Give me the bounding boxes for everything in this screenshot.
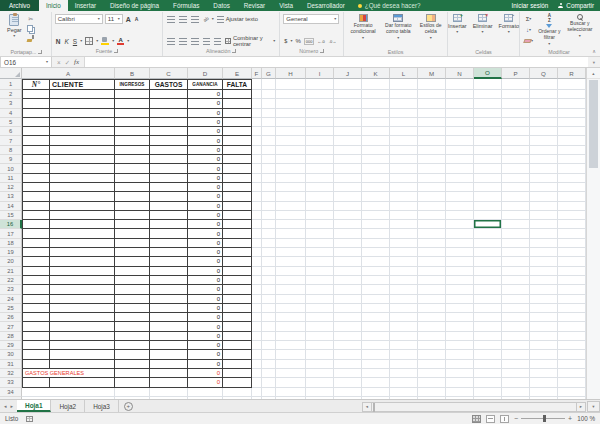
header-cell-gastos[interactable]: GASTOS — [150, 79, 188, 90]
grid-cell[interactable] — [530, 118, 558, 127]
grid-cell[interactable] — [502, 174, 530, 183]
grid-cell[interactable] — [530, 369, 558, 378]
grid-cell[interactable] — [262, 239, 276, 248]
grid-cell[interactable] — [276, 285, 306, 294]
grid-cell[interactable] — [390, 79, 418, 90]
grid-cell[interactable] — [502, 388, 530, 397]
grid-cell[interactable] — [362, 369, 390, 378]
shrink-font-button[interactable]: A — [134, 14, 140, 24]
grid-cell[interactable] — [262, 360, 276, 369]
row-header-28[interactable]: 28 — [0, 332, 22, 341]
grid-cell[interactable] — [276, 239, 306, 248]
column-header-L[interactable]: L — [390, 68, 418, 79]
grid-cell[interactable] — [502, 211, 530, 220]
grid-cell[interactable] — [418, 388, 446, 397]
sign-in-button[interactable]: Iniciar sesión — [512, 2, 549, 9]
table-cell[interactable] — [223, 155, 252, 164]
grid-cell[interactable] — [418, 276, 446, 285]
cell-ganancia-26[interactable]: 0 — [188, 313, 223, 322]
cell-ganancia-13[interactable]: 0 — [188, 192, 223, 201]
grid-cell[interactable] — [474, 341, 502, 350]
wrap-text-button[interactable]: Ajustar texto — [216, 14, 259, 24]
grid-cell[interactable] — [334, 341, 362, 350]
font-name-select[interactable]: Calibri▾ — [55, 14, 103, 24]
grid-cell[interactable] — [558, 155, 586, 164]
column-header-N[interactable]: N — [446, 68, 474, 79]
grid-cell[interactable] — [188, 388, 223, 397]
grid-cell[interactable] — [276, 378, 306, 387]
table-cell[interactable] — [150, 276, 188, 285]
paste-button[interactable]: Pegar ▾ — [5, 13, 24, 39]
grid-cell[interactable] — [115, 388, 150, 397]
grid-cell[interactable] — [446, 164, 474, 173]
table-cell[interactable] — [115, 295, 150, 304]
fill-button[interactable]: ↓▾ — [523, 25, 534, 34]
grid-cell[interactable] — [502, 202, 530, 211]
grid-cell[interactable] — [390, 267, 418, 276]
grid-cell[interactable] — [474, 248, 502, 257]
tab-revisar[interactable]: Revisar — [237, 0, 272, 11]
name-box[interactable]: O16 ▾ — [0, 57, 52, 67]
insert-function-button[interactable]: fx — [74, 58, 79, 66]
grid-cell[interactable] — [306, 99, 334, 108]
grid-cell[interactable] — [446, 183, 474, 192]
grid-cell[interactable] — [418, 239, 446, 248]
grid-cell[interactable] — [390, 99, 418, 108]
grid-cell[interactable] — [262, 322, 276, 331]
grid-cell[interactable] — [262, 388, 276, 397]
row-header-1[interactable]: 1 — [0, 79, 22, 90]
grid-cell[interactable] — [530, 388, 558, 397]
grid-cell[interactable] — [502, 295, 530, 304]
grid-cell[interactable] — [306, 155, 334, 164]
horizontal-scrollbar[interactable]: ◂ ▸ — [362, 401, 586, 412]
column-header-G[interactable]: G — [262, 68, 276, 79]
table-cell[interactable] — [50, 136, 115, 145]
table-cell[interactable] — [22, 378, 50, 387]
table-cell[interactable] — [115, 99, 150, 108]
table-cell[interactable] — [50, 127, 115, 136]
row-header-31[interactable]: 31 — [0, 360, 22, 369]
table-cell[interactable] — [22, 118, 50, 127]
grid-cell[interactable] — [558, 79, 586, 90]
grid-cell[interactable] — [530, 276, 558, 285]
table-cell[interactable] — [150, 248, 188, 257]
grid-cell[interactable] — [252, 313, 262, 322]
grid-cell[interactable] — [530, 109, 558, 118]
cell-ganancia-28[interactable]: 0 — [188, 332, 223, 341]
grid-cell[interactable] — [446, 239, 474, 248]
table-cell[interactable] — [150, 229, 188, 238]
tab-diseno-de-pagina[interactable]: Diseño de página — [103, 0, 166, 11]
grid-cell[interactable] — [390, 350, 418, 359]
table-cell[interactable] — [50, 295, 115, 304]
grid-cell[interactable] — [334, 239, 362, 248]
grid-cell[interactable] — [334, 257, 362, 266]
grid-cell[interactable] — [502, 267, 530, 276]
grid-cell[interactable] — [558, 109, 586, 118]
grid-cell[interactable] — [502, 229, 530, 238]
bold-button[interactable]: N — [55, 36, 62, 46]
grid-cell[interactable] — [418, 211, 446, 220]
grid-cell[interactable] — [390, 118, 418, 127]
column-header-D[interactable]: D — [188, 68, 223, 79]
row-header-12[interactable]: 12 — [0, 183, 22, 192]
row-header-24[interactable]: 24 — [0, 295, 22, 304]
grid-cell[interactable] — [276, 248, 306, 257]
row-header-19[interactable]: 19 — [0, 248, 22, 257]
table-cell[interactable] — [150, 136, 188, 145]
grid-cell[interactable] — [252, 378, 262, 387]
grid-cell[interactable] — [362, 388, 390, 397]
table-cell[interactable] — [150, 295, 188, 304]
grid-cell[interactable] — [276, 304, 306, 313]
grid-cell[interactable] — [306, 79, 334, 90]
autosum-button[interactable]: Σ▾ — [523, 14, 534, 23]
grid-cell[interactable] — [334, 350, 362, 359]
cell-ganancia-16[interactable]: 0 — [188, 220, 223, 229]
table-cell[interactable] — [115, 322, 150, 331]
table-cell[interactable] — [223, 220, 252, 229]
grid-cell[interactable] — [446, 285, 474, 294]
table-cell[interactable] — [223, 146, 252, 155]
alignment-dialog-launcher[interactable] — [232, 49, 236, 53]
table-cell[interactable] — [22, 360, 50, 369]
grid-cell[interactable] — [306, 388, 334, 397]
row-header-15[interactable]: 15 — [0, 211, 22, 220]
